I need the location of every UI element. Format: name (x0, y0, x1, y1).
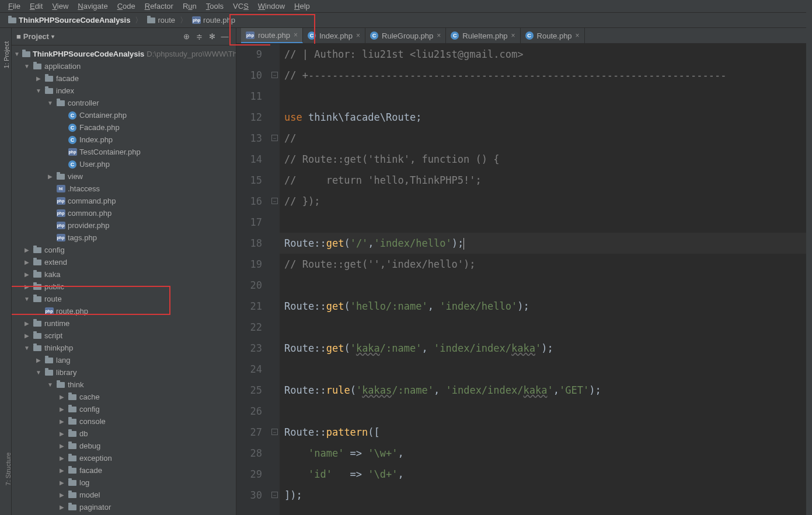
rail-structure-label[interactable]: 7: Structure (5, 453, 12, 486)
code-body[interactable]: // | Author: liu21st <liu21st@gmail.com>… (280, 44, 812, 515)
breadcrumb: ThinkPHPSourceCodeAnalysis 〉 route 〉 php… (0, 13, 812, 28)
tab-ruleitem-php[interactable]: CRuleItem.php× (446, 28, 520, 43)
tree-folder[interactable]: ▶exception (12, 452, 236, 464)
tree-file[interactable]: ht.htaccess (12, 183, 236, 195)
menu-help[interactable]: Help (290, 1, 315, 12)
tree-folder-public[interactable]: ▶public (12, 281, 236, 293)
breadcrumb-project[interactable]: ThinkPHPSourceCodeAnalysis (8, 16, 130, 24)
fold-marker-icon[interactable]: − (271, 429, 278, 435)
tree-file[interactable]: phpprovider.php (12, 219, 236, 232)
breadcrumb-folder[interactable]: route (147, 16, 175, 24)
fold-marker-icon[interactable]: − (271, 492, 278, 498)
tree-folder-index[interactable]: ▼index (12, 85, 236, 97)
chevron-right-icon: 〉 (135, 15, 142, 26)
tree-file-route-php[interactable]: phproute.php (12, 305, 236, 317)
tree-folder-think[interactable]: ▼think (12, 379, 236, 391)
chevron-right-icon: 〉 (180, 15, 187, 26)
close-icon[interactable]: × (576, 31, 580, 40)
folder-icon (8, 17, 16, 23)
menu-run[interactable]: Run (178, 1, 201, 12)
locate-icon[interactable]: ⊕ (180, 30, 193, 43)
collapse-all-icon[interactable]: ≑ (193, 30, 205, 43)
tree-folder-lang[interactable]: ▶lang (12, 354, 236, 366)
tree-folder-library[interactable]: ▼library (12, 366, 236, 379)
menu-edit[interactable]: Edit (25, 1, 47, 12)
tree-folder[interactable]: ▶facade (12, 464, 236, 477)
menu-window[interactable]: Window (253, 1, 290, 12)
project-sidebar: ■Project▾ ⊕ ≑ ✻ — ▼ThinkPHPSourceCodeAna… (12, 28, 236, 515)
close-icon[interactable]: × (356, 31, 360, 40)
menu-view[interactable]: View (47, 1, 73, 12)
tree-file[interactable]: phptags.php (12, 232, 236, 244)
menu-refactor[interactable]: Refactor (140, 1, 178, 12)
folder-icon (147, 17, 155, 23)
editor-tabs: phproute.php× CIndex.php× CRuleGroup.php… (236, 28, 812, 44)
text-cursor (463, 238, 464, 250)
sidebar-title[interactable]: ■Project▾ (16, 32, 54, 41)
php-file-icon: php (192, 16, 201, 24)
hide-icon[interactable]: — (218, 30, 231, 43)
tree-folder-script[interactable]: ▶script (12, 330, 236, 342)
line-gutter: 9101112131415161718192021222324252627282… (236, 44, 270, 515)
menu-bar: File Edit View Navigate Code Refactor Ru… (0, 0, 812, 13)
tree-folder-thinkphp[interactable]: ▼thinkphp (12, 342, 236, 354)
tree-folder-view[interactable]: ▶view (12, 170, 236, 183)
tree-file[interactable]: CIndex.php (12, 134, 236, 146)
left-tool-rail: 1: Project 7: Structure (0, 28, 12, 515)
tree-file[interactable]: phpcommand.php (12, 195, 236, 207)
gear-icon[interactable]: ✻ (205, 30, 218, 43)
tree-folder-route[interactable]: ▼route (12, 293, 236, 305)
tree-folder-runtime[interactable]: ▶runtime (12, 317, 236, 330)
fold-column[interactable]: − − − − − (270, 44, 280, 515)
tree-folder[interactable]: ▶cache (12, 391, 236, 403)
close-icon[interactable]: × (511, 31, 515, 40)
menu-file[interactable]: File (4, 1, 25, 12)
fold-marker-icon[interactable]: − (271, 198, 278, 204)
menu-code[interactable]: Code (113, 1, 140, 12)
class-icon: C (370, 31, 378, 40)
tree-folder[interactable]: ▶model (12, 489, 236, 501)
breadcrumb-file[interactable]: phproute.php (192, 16, 235, 24)
menu-vcs[interactable]: VCS (228, 1, 253, 12)
tab-route-php[interactable]: phproute.php× (241, 28, 303, 43)
tree-folder-application[interactable]: ▼application (12, 60, 236, 72)
tree-file[interactable]: CContainer.php (12, 109, 236, 121)
close-icon[interactable]: × (294, 31, 298, 39)
php-file-icon: php (246, 31, 255, 39)
tree-file[interactable]: CFacade.php (12, 121, 236, 134)
tree-folder[interactable]: ▶config (12, 403, 236, 415)
tree-folder-kaka[interactable]: ▶kaka (12, 268, 236, 281)
fold-marker-icon[interactable]: − (271, 135, 278, 141)
menu-navigate[interactable]: Navigate (73, 1, 112, 12)
menu-tools[interactable]: Tools (201, 1, 228, 12)
project-tree[interactable]: ▼ThinkPHPSourceCodeAnalysisD:\phpstudy_p… (12, 45, 236, 515)
fold-marker-icon[interactable]: − (271, 72, 278, 78)
tree-root[interactable]: ▼ThinkPHPSourceCodeAnalysisD:\phpstudy_p… (12, 48, 236, 60)
tree-folder[interactable]: ▶debug (12, 440, 236, 452)
tree-folder-controller[interactable]: ▼controller (12, 97, 236, 109)
editor-area: phproute.php× CIndex.php× CRuleGroup.php… (236, 28, 812, 515)
rail-project-label[interactable]: 1: Project (3, 41, 10, 68)
tree-folder-extend[interactable]: ▶extend (12, 256, 236, 268)
tree-folder[interactable]: ▶console (12, 415, 236, 428)
tree-folder[interactable]: ▶paginator (12, 501, 236, 513)
tree-folder[interactable]: ▶db (12, 428, 236, 440)
code-editor[interactable]: 9101112131415161718192021222324252627282… (236, 44, 812, 515)
close-icon[interactable]: × (437, 31, 441, 40)
tree-folder-facade[interactable]: ▶facade (12, 72, 236, 85)
tab-index-php[interactable]: CIndex.php× (303, 28, 365, 43)
tab-route-class-php[interactable]: CRoute.php× (521, 28, 585, 43)
class-icon: C (308, 31, 316, 40)
class-icon: C (525, 31, 534, 40)
class-icon: C (451, 31, 459, 40)
tab-rulegroup-php[interactable]: CRuleGroup.php× (365, 28, 446, 43)
tree-file[interactable]: phpcommon.php (12, 207, 236, 219)
tree-folder[interactable]: ▶log (12, 477, 236, 489)
tree-file[interactable]: CUser.php (12, 158, 236, 170)
tree-folder-config[interactable]: ▶config (12, 244, 236, 256)
tree-file[interactable]: phpTestContainer.php (12, 146, 236, 158)
